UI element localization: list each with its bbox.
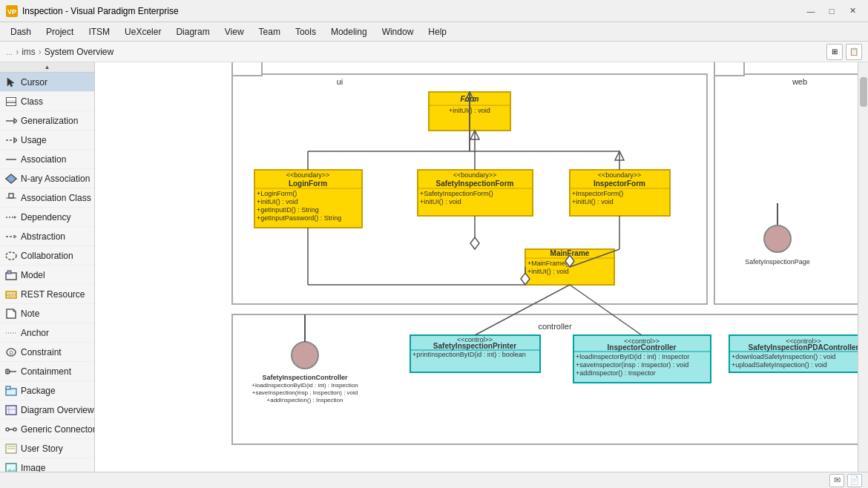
canvas-area[interactable]: 🔍 ui web controller Form [95, 62, 868, 472]
menu-tools[interactable]: Tools [288, 24, 323, 39]
sidebar-label-generalization: Generalization [21, 116, 78, 126]
svg-text:+initUI() : void: +initUI() : void [420, 198, 461, 205]
sidebar-label-class: Class [21, 96, 43, 107]
connector-layer: ui web controller Form +initUI() : void … [95, 62, 868, 472]
canvas-scrollbar[interactable] [858, 62, 868, 472]
svg-point-15 [6, 252, 16, 260]
menu-view[interactable]: View [217, 24, 251, 39]
sidebar-item-collaboration[interactable]: Collaboration [0, 246, 94, 266]
svg-text:Form: Form [461, 95, 479, 103]
svg-marker-6 [14, 138, 17, 142]
menu-dash[interactable]: Dash [3, 24, 39, 39]
menu-diagram[interactable]: Diagram [168, 24, 217, 39]
svg-marker-20 [7, 309, 16, 318]
svg-rect-56 [254, 170, 362, 228]
svg-line-125 [570, 249, 619, 267]
svg-rect-48 [714, 62, 744, 76]
diagram-icon1[interactable]: ⊞ [826, 44, 843, 60]
sidebar-item-user-story[interactable]: User Story [0, 439, 94, 458]
svg-text:+printInspectionByID(id : int): +printInspectionByID(id : int) : boolean [412, 351, 526, 358]
svg-text:SafetyInspectionController: SafetyInspectionController [262, 374, 348, 381]
menu-itsm[interactable]: ITSM [81, 24, 117, 39]
svg-text:SafetyInspectionPage: SafetyInspectionPage [745, 258, 810, 266]
sidebar-label-constraint: Constraint [21, 347, 62, 357]
svg-rect-17 [7, 271, 11, 274]
sidebar-label-abstraction: Abstraction [21, 231, 65, 242]
dependency-icon [4, 211, 18, 224]
association-icon [4, 153, 18, 166]
svg-point-81 [292, 342, 318, 369]
sidebar-item-usage[interactable]: Usage [0, 131, 94, 150]
sidebar-item-cursor[interactable]: Cursor [0, 73, 94, 92]
svg-rect-101 [729, 335, 868, 372]
sidebar-scroll-up[interactable]: ▲ [0, 62, 94, 73]
diagram-canvas[interactable]: ui web controller Form +initUI() : void … [95, 62, 868, 472]
svg-text:+LoginForm(): +LoginForm() [257, 190, 297, 197]
svg-line-126 [475, 285, 570, 335]
svg-text:SafetyInspectionPDAController: SafetyInspectionPDAController [749, 343, 859, 352]
sidebar-item-containment[interactable]: Containment [0, 362, 94, 381]
menu-team[interactable]: Team [251, 24, 288, 39]
close-button[interactable]: ✕ [843, 4, 862, 19]
sidebar-item-anchor[interactable]: Anchor [0, 323, 94, 343]
svg-marker-2 [7, 78, 14, 87]
statusbar: ✉ 📄 [0, 472, 868, 488]
collaboration-icon [4, 249, 18, 263]
sidebar-item-class[interactable]: Class [0, 92, 94, 111]
sidebar-item-package[interactable]: Package [0, 381, 94, 400]
menu-help[interactable]: Help [421, 24, 454, 39]
svg-line-127 [570, 285, 642, 335]
sidebar-label-package: Package [21, 386, 56, 396]
abstraction-icon [4, 230, 18, 243]
svg-rect-32 [6, 406, 16, 415]
svg-text:+MainFrame(): +MainFrame() [527, 260, 570, 267]
menu-modeling[interactable]: Modeling [323, 24, 375, 39]
sidebar-label-cursor: Cursor [21, 77, 47, 88]
svg-point-35 [6, 428, 9, 431]
package-icon [4, 384, 18, 398]
sidebar-item-generalization[interactable]: Generalization [0, 111, 94, 131]
svg-text:MainFrame: MainFrame [550, 249, 590, 257]
svg-text:LoginForm: LoginForm [289, 179, 327, 188]
svg-text:+initUI() : void: +initUI() : void [527, 268, 569, 275]
sidebar-item-model[interactable]: Model [0, 266, 94, 285]
sidebar-item-association[interactable]: Association [0, 150, 94, 169]
svg-text:web: web [792, 77, 807, 86]
status-email-icon[interactable]: ✉ [829, 474, 844, 487]
svg-text:+addInspection() : Inspection: +addInspection() : Inspection [267, 397, 343, 403]
menu-window[interactable]: Window [375, 24, 421, 39]
sidebar-item-image[interactable]: Image [0, 458, 94, 472]
svg-marker-14 [14, 235, 16, 238]
sidebar-label-user-story: User Story [21, 444, 63, 454]
sidebar-item-diagram-overview[interactable]: Diagram Overview [0, 400, 94, 420]
menu-project[interactable]: Project [39, 24, 81, 39]
sidebar-item-n-ary-association[interactable]: N-ary Association [0, 169, 94, 188]
sidebar-label-n-ary: N-ary Association [21, 174, 90, 184]
breadcrumb-ims[interactable]: ims [22, 47, 36, 57]
svg-text:<<boundary>>: <<boundary>> [598, 171, 642, 179]
sidebar-item-abstraction[interactable]: Abstraction [0, 227, 94, 246]
sidebar-item-generic-connector[interactable]: Generic Connector [0, 420, 94, 439]
svg-text:ui: ui [337, 77, 343, 86]
sidebar-label-assoc-class: Association Class [21, 193, 91, 203]
breadcrumb-current: System Overview [45, 47, 114, 57]
sidebar-item-constraint[interactable]: Ω Constraint [0, 343, 94, 362]
breadcrumb-back[interactable]: ... [6, 47, 13, 56]
minimize-button[interactable]: — [801, 4, 821, 19]
maximize-button[interactable]: □ [822, 4, 841, 19]
scrollbar-thumb[interactable] [860, 77, 867, 107]
anchor-icon [4, 326, 18, 340]
sidebar-item-note[interactable]: Note [0, 304, 94, 323]
svg-text:+uploadSafetyInspection() : vo: +uploadSafetyInspection() : void [731, 361, 827, 369]
svg-text:<<control>>: <<control>> [457, 336, 493, 343]
status-doc-icon[interactable]: 📄 [847, 474, 862, 487]
sidebar-label-image: Image [21, 463, 45, 472]
menu-uexceler[interactable]: UeXceler [117, 24, 168, 39]
sidebar-item-rest-resource[interactable]: REST REST Resource [0, 285, 94, 304]
svg-text:+loadInspectorByID(id : int) :: +loadInspectorByID(id : int) : Inspector [576, 353, 689, 360]
sidebar-item-dependency[interactable]: Dependency [0, 208, 94, 227]
svg-text:<<control>>: <<control>> [786, 337, 821, 345]
diagram-icon2[interactable]: 📋 [846, 44, 862, 60]
svg-text:+InspectorForm(): +InspectorForm() [572, 190, 623, 197]
sidebar-item-association-class[interactable]: Association Class [0, 188, 94, 208]
